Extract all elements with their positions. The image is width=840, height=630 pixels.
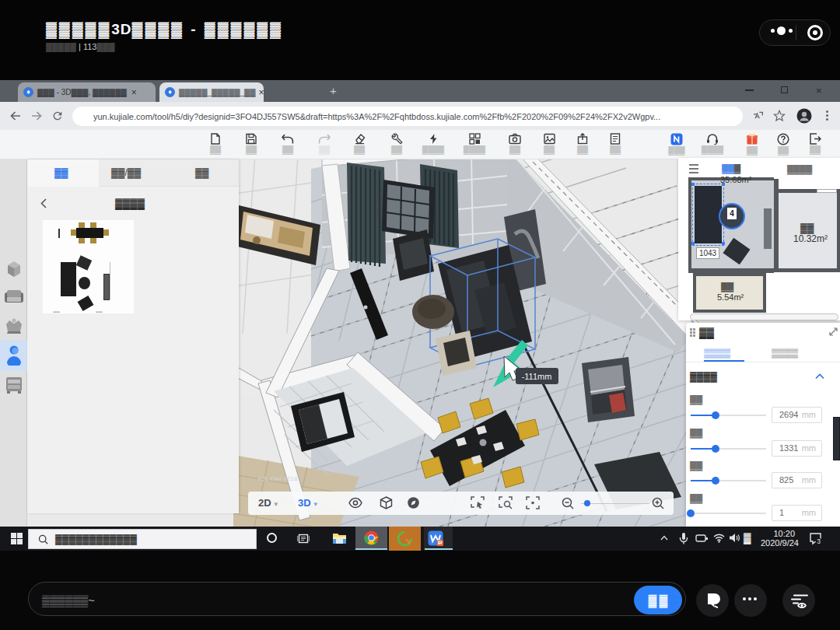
svg-text:KJL D44 #218: KJL D44 #218: [258, 475, 298, 482]
svg-text:-111mm: -111mm: [522, 372, 552, 381]
svg-text:3: 3: [817, 537, 821, 545]
